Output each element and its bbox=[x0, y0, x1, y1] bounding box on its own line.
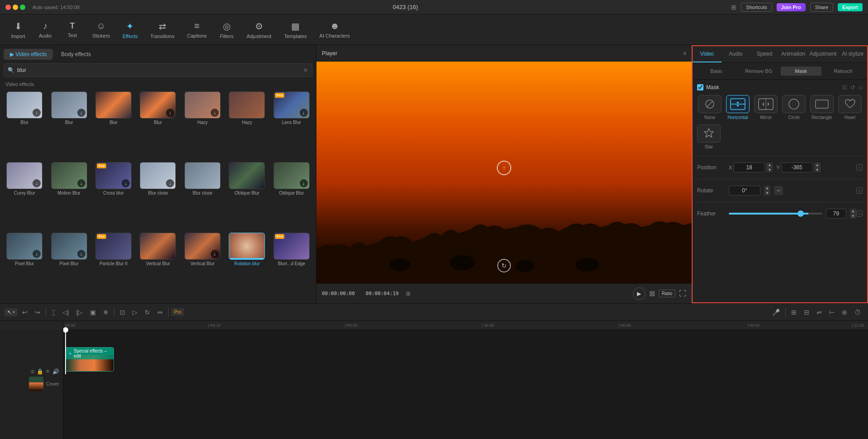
mask-shape-horizontal[interactable]: Horizontal bbox=[725, 95, 750, 120]
mask-restore-icon[interactable]: ⊡ bbox=[842, 84, 847, 91]
rotate-input[interactable] bbox=[729, 186, 760, 196]
mask-shape-none[interactable]: None bbox=[697, 95, 722, 120]
mask-shape-star[interactable]: Star bbox=[697, 124, 721, 149]
rotate-decrement[interactable]: ▼ bbox=[764, 191, 770, 196]
join-pro-button[interactable]: Join Pro bbox=[777, 3, 806, 11]
crop-button[interactable]: ⊡ bbox=[117, 307, 128, 318]
trim-start-button[interactable]: ◁| bbox=[60, 307, 72, 318]
more-button[interactable]: ⊕ bbox=[839, 307, 850, 318]
effect-blur-close-2[interactable]: Blur close bbox=[182, 162, 223, 230]
mask-reset-icon[interactable]: ↺ bbox=[850, 84, 855, 91]
rotate-minus-button[interactable]: − bbox=[774, 186, 783, 195]
effect-blur-2[interactable]: ↓ Blur bbox=[48, 91, 90, 159]
video-clip[interactable]: ✦ Special effects – edit bbox=[65, 347, 114, 372]
feather-keyframe[interactable]: ◇ bbox=[856, 210, 863, 217]
toolbar-filters[interactable]: ◎ Filters bbox=[213, 17, 240, 43]
y-input[interactable] bbox=[781, 162, 813, 172]
toolbar-transitions[interactable]: ⇄ Transitions bbox=[144, 17, 181, 43]
effect-blur-4[interactable]: ↓ Blur bbox=[137, 91, 179, 159]
clock-button[interactable]: ⏱ bbox=[852, 307, 863, 318]
effect-vertical-blur-2[interactable]: ↓ Vertical Blur bbox=[182, 233, 223, 301]
toolbar-audio[interactable]: ♪ Audio bbox=[32, 17, 59, 42]
fullscreen-button[interactable]: ⛶ bbox=[679, 290, 686, 298]
flip-button[interactable]: ⇔ bbox=[155, 307, 165, 318]
share-button[interactable]: Share bbox=[810, 3, 833, 12]
speed-button[interactable]: ▷ bbox=[130, 307, 140, 318]
tab-animation[interactable]: Animation bbox=[779, 46, 808, 62]
export-button[interactable]: Export bbox=[838, 3, 863, 11]
toolbar-captions[interactable]: ≡ Captions bbox=[181, 17, 213, 42]
close-button[interactable] bbox=[5, 5, 11, 10]
tab-ai-stylize[interactable]: AI stylize bbox=[838, 46, 867, 62]
track-lock-icon[interactable]: 🔒 bbox=[37, 368, 43, 375]
freeze-button[interactable]: ❄ bbox=[100, 307, 111, 318]
pro-tools-button[interactable]: Pro bbox=[171, 308, 184, 316]
mask-shape-heart[interactable]: Heart bbox=[837, 95, 863, 120]
feather-decrement[interactable]: ▼ bbox=[850, 214, 856, 219]
mic-button[interactable]: 🎤 bbox=[769, 307, 783, 318]
position-keyframe[interactable]: ◇ bbox=[856, 164, 863, 171]
toolbar-stickers[interactable]: ☺ Stickers bbox=[86, 17, 116, 42]
effect-vertical-blur-1[interactable]: Vertical Blur bbox=[137, 233, 179, 301]
play-button[interactable]: ▶ bbox=[633, 287, 646, 300]
subtab-basic[interactable]: Basic bbox=[696, 67, 737, 76]
x-input[interactable] bbox=[733, 162, 765, 172]
link-button[interactable]: ⇌ bbox=[814, 307, 825, 318]
redo-button[interactable]: ↪ bbox=[32, 307, 43, 318]
toolbar-text[interactable]: T Text bbox=[59, 18, 86, 42]
search-input[interactable] bbox=[17, 67, 300, 73]
track-mute-icon[interactable]: 🔊 bbox=[52, 368, 59, 375]
tab-video-effects[interactable]: ▶ Video effects bbox=[4, 49, 53, 60]
player-center-control[interactable]: ↑ bbox=[497, 161, 511, 175]
expand-icon[interactable]: ⊠ bbox=[649, 289, 655, 298]
effect-blur-close-1[interactable]: ↓ Blur close bbox=[137, 162, 179, 230]
effect-blur-3[interactable]: Blur bbox=[93, 91, 134, 159]
playhead[interactable] bbox=[65, 330, 66, 374]
minimize-button[interactable] bbox=[13, 5, 18, 10]
effect-hazy-1[interactable]: ↓ Hazy bbox=[182, 91, 223, 159]
delete-button[interactable]: ▣ bbox=[87, 307, 99, 318]
x-decrement[interactable]: ▼ bbox=[766, 167, 773, 172]
x-increment[interactable]: ▲ bbox=[766, 162, 773, 167]
effect-hazy-2[interactable]: Hazy bbox=[226, 91, 268, 159]
rotate-keyframe[interactable]: ◇ bbox=[856, 187, 863, 194]
effect-particle-blur[interactable]: Pro Particle Blur II bbox=[93, 233, 134, 301]
subtab-mask[interactable]: Mask bbox=[781, 67, 821, 76]
search-clear-button[interactable]: ✕ bbox=[303, 67, 308, 74]
toolbar-ai-characters[interactable]: ☻ AI Characters bbox=[313, 17, 356, 42]
toolbar-adjustment[interactable]: ⚙ Adjustment bbox=[240, 17, 278, 43]
subtab-retouch[interactable]: Retouch bbox=[823, 67, 864, 76]
feather-slider[interactable] bbox=[729, 213, 822, 215]
effect-lens-blur[interactable]: Pro ↓ Lens Blur bbox=[271, 91, 312, 159]
rotate-tool-button[interactable]: ↻ bbox=[142, 307, 153, 318]
player-bottom-control[interactable]: ↻ bbox=[497, 259, 511, 272]
undo-button[interactable]: ↩ bbox=[19, 307, 30, 318]
feather-increment[interactable]: ▲ bbox=[850, 209, 856, 214]
toolbar-effects[interactable]: ✦ Effects bbox=[116, 17, 144, 43]
mask-shape-circle[interactable]: Circle bbox=[781, 95, 807, 120]
tab-audio[interactable]: Audio bbox=[722, 46, 750, 62]
effect-oblique-blur-2[interactable]: ↓ Oblique Blur bbox=[271, 162, 312, 230]
maximize-button[interactable] bbox=[20, 5, 25, 10]
track-visible-icon[interactable]: 👁 bbox=[45, 368, 51, 375]
y-increment[interactable]: ▲ bbox=[814, 162, 821, 167]
effect-cross-blur[interactable]: Pro ↓ Cross blur bbox=[93, 162, 134, 230]
track-add-icon[interactable]: ⊕ bbox=[30, 368, 35, 375]
mask-shape-mirror[interactable]: Mirror bbox=[753, 95, 778, 120]
effect-blurred-edge[interactable]: Pro Blurr...d Edge bbox=[271, 233, 312, 301]
effect-pixel-blur-2[interactable]: ↓ Pixel Blur bbox=[48, 233, 90, 301]
tab-body-effects[interactable]: Body effects bbox=[55, 49, 97, 60]
snap-button[interactable]: ⊞ bbox=[788, 307, 799, 318]
mask-keyframe-icon[interactable]: ◇ bbox=[859, 84, 863, 91]
mask-shape-rectangle[interactable]: Rectangle bbox=[809, 95, 835, 120]
mask-checkbox[interactable] bbox=[697, 84, 703, 91]
shortcuts-button[interactable]: Shortcuts bbox=[741, 3, 772, 12]
player-menu-icon[interactable]: ≡ bbox=[683, 50, 686, 57]
split-button[interactable]: ⌶ bbox=[49, 307, 58, 318]
effect-motion-blur[interactable]: ↓ Motion Blur bbox=[48, 162, 90, 230]
subtab-remove-bg[interactable]: Remove BG bbox=[739, 67, 779, 76]
tab-video[interactable]: Video bbox=[693, 46, 722, 62]
grid-icon[interactable]: ⊞ bbox=[406, 291, 410, 297]
tab-speed[interactable]: Speed bbox=[750, 46, 779, 62]
effect-blur-1[interactable]: ↓ Blur bbox=[4, 91, 45, 159]
